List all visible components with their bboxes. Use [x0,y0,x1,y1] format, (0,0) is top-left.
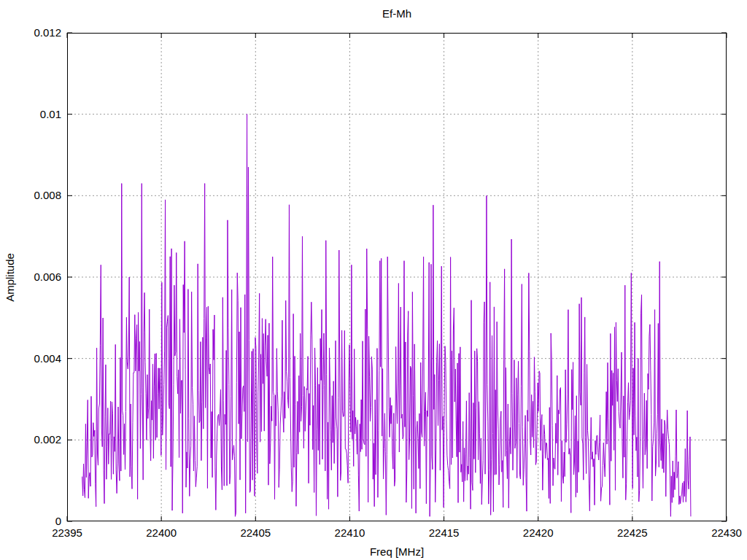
y-axis-label: Amplitude [4,253,16,302]
plot-canvas: 2239522400224052241022415224202242522430… [0,0,747,560]
y-tick-label: 0.008 [34,189,61,201]
x-tick-label: 22415 [429,526,460,539]
x-tick-label: 22420 [523,526,554,539]
series-ef-mh-line [82,114,691,517]
x-tick-label: 22405 [240,526,271,539]
y-tick-label: 0.002 [34,433,61,446]
x-axis-label: Freq [MHz] [67,545,727,558]
y-tick-label: 0 [55,515,61,527]
x-tick-label: 22400 [146,526,177,539]
chart-figure: Ef-Mh 2239522400224052241022415224202242… [0,0,747,560]
y-tick-label: 0.004 [34,352,61,365]
x-tick-label: 22425 [617,526,648,539]
x-tick-label: 22410 [335,526,365,539]
x-tick-label: 22430 [711,526,742,539]
y-tick-label: 0.006 [34,271,61,283]
y-tick-label: 0.01 [40,108,61,120]
x-tick-label: 22395 [52,526,82,539]
y-axis-label-wrap: Amplitude [1,33,18,521]
y-tick-label: 0.012 [34,26,61,39]
